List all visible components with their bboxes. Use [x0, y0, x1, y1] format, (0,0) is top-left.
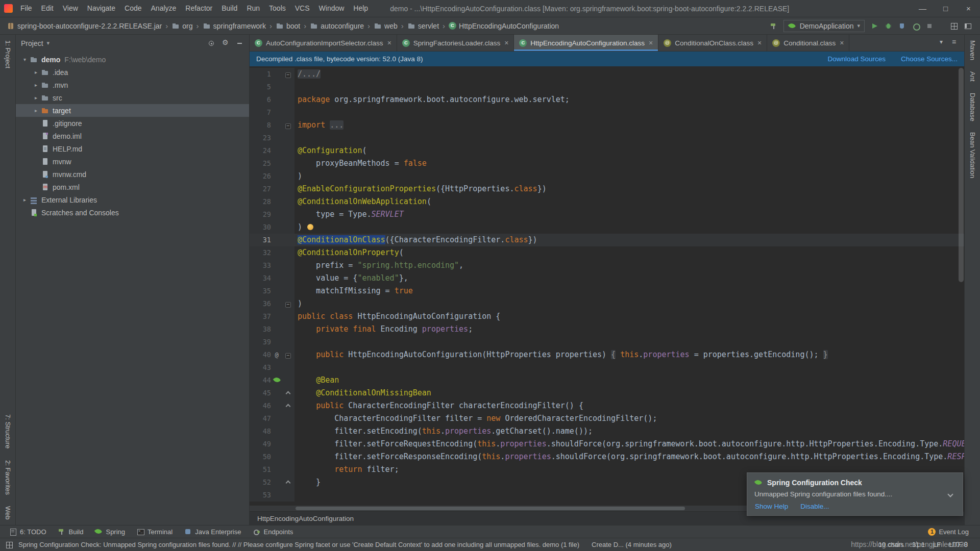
tree-expander-icon[interactable]: ▸	[31, 69, 41, 75]
code-line[interactable]: 34 value = {"enabled"},	[250, 272, 964, 285]
code-line[interactable]: 35 matchIfMissing = true	[250, 285, 964, 297]
tool-window-button-build[interactable]: Build	[52, 525, 89, 538]
code-text[interactable]: prefix = "spring.http.encoding",	[295, 259, 964, 272]
menu-navigate[interactable]: Navigate	[83, 0, 120, 17]
code-line[interactable]: 31@ConditionalOnClass({CharacterEncoding…	[250, 234, 964, 246]
fold-chevron-icon[interactable]	[285, 404, 290, 409]
horizontal-scrollbar-thumb[interactable]	[296, 507, 685, 510]
breadcrumb-item[interactable]: spring-boot-autoconfigure-2.2.2.RELEASE.…	[5, 21, 163, 31]
breadcrumb-item[interactable]: web	[372, 21, 399, 31]
chevdown-icon[interactable]	[938, 39, 946, 47]
tree-item-help-md[interactable]: HELP.md	[16, 142, 249, 155]
code-text[interactable]	[295, 106, 964, 119]
menu-build[interactable]: Build	[217, 0, 242, 17]
tree-item-demo[interactable]: ▾demoF:\web\demo	[16, 53, 249, 66]
breadcrumb-item[interactable]: HttpEncodingAutoConfiguration	[447, 21, 560, 31]
code-text[interactable]: @ConditionalOnWebApplication(	[295, 195, 964, 208]
code-line[interactable]: 50 filter.setForceResponseEncoding(this.…	[250, 450, 964, 463]
menu-help[interactable]: Help	[349, 0, 373, 17]
code-line[interactable]: 27@EnableConfigurationProperties({HttpPr…	[250, 183, 964, 195]
tree-expander-icon[interactable]: ▸	[31, 108, 41, 113]
menu-file[interactable]: File	[16, 0, 37, 17]
tree-item-target[interactable]: ▸target	[16, 104, 249, 117]
fold-collapse-icon[interactable]: −	[285, 123, 291, 129]
tree-item-demo-iml[interactable]: demo.iml	[16, 130, 249, 142]
code-line[interactable]: 5	[250, 81, 964, 93]
tree-item-mvnw-cmd[interactable]: mvnw.cmd	[16, 168, 249, 181]
code-line[interactable]: 38 private final Encoding properties;	[250, 323, 964, 336]
status-widget-utf-8[interactable]: UTF-8	[949, 541, 968, 548]
code-line[interactable]: 37public class HttpEncodingAutoConfigura…	[250, 310, 964, 323]
tree-item--mvn[interactable]: ▸.mvn	[16, 79, 249, 91]
code-text[interactable]	[295, 81, 964, 93]
tool-window-button-endpoints[interactable]: Endpoints	[247, 525, 299, 538]
chevron-down-icon[interactable]	[947, 491, 953, 497]
code-line[interactable]: 7	[250, 106, 964, 119]
code-line[interactable]: 44 @Bean	[250, 374, 964, 387]
menu-run[interactable]: Run	[242, 0, 264, 17]
close-button[interactable]: ×	[957, 0, 980, 17]
menu-vcs[interactable]: VCS	[290, 0, 314, 17]
banner-action-download-sources[interactable]: Download Sources	[828, 55, 886, 63]
tool-strip-button-7-structure[interactable]: 7: Structure	[4, 409, 12, 454]
code-text[interactable]: matchIfMissing = true	[295, 285, 964, 297]
debug-icon[interactable]	[884, 22, 892, 30]
status-widget-lf[interactable]: LF	[933, 541, 941, 548]
breadcrumb-item[interactable]: org	[170, 21, 194, 31]
code-line[interactable]: 45 @ConditionalOnMissingBean	[250, 387, 964, 399]
code-line[interactable]: 33 prefix = "spring.http.encoding",	[250, 259, 964, 272]
fold-chevron-icon[interactable]	[285, 481, 290, 486]
status-widget-31-1[interactable]: 31:1	[912, 541, 925, 548]
tree-item--gitignore[interactable]: .gitignore	[16, 117, 249, 130]
code-text[interactable]: @Configuration(	[295, 144, 964, 157]
profiler-icon[interactable]	[912, 22, 920, 30]
code-text[interactable]	[295, 132, 964, 144]
tool-strip-button-1-project[interactable]: 1: Project	[4, 35, 12, 74]
menu-tools[interactable]: Tools	[264, 0, 290, 17]
banner-action-choose-sources-[interactable]: Choose Sources...	[901, 55, 958, 63]
close-tab-icon[interactable]: ×	[504, 39, 508, 47]
tree-expander-icon[interactable]: ▾	[20, 57, 30, 62]
coverage-icon[interactable]	[898, 22, 906, 30]
code-text[interactable]: filter.setForceRequestEncoding(this.prop…	[295, 438, 964, 450]
code-line[interactable]: 29 type = Type.SERVLET	[250, 208, 964, 221]
code-text[interactable]: @ConditionalOnClass({CharacterEncodingFi…	[295, 234, 964, 246]
code-line[interactable]: 1−/.../	[250, 68, 964, 81]
run-icon[interactable]	[870, 22, 878, 30]
tool-window-button-6-todo[interactable]: 6: TODO	[3, 525, 52, 538]
locate-icon[interactable]	[207, 39, 215, 47]
code-text[interactable]: @Bean	[295, 374, 964, 387]
editor-tab-autoconfigurationimportselector-class[interactable]: AutoConfigurationImportSelector.class×	[250, 35, 397, 51]
code-line[interactable]: 49 filter.setForceRequestEncoding(this.p…	[250, 438, 964, 450]
code-line[interactable]: 32@ConditionalOnProperty(	[250, 246, 964, 259]
code-text[interactable]: CharacterEncodingFilter filter = new Ord…	[295, 412, 964, 425]
code-text[interactable]: filter.setEncoding(this.properties.getCh…	[295, 425, 964, 438]
tool-window-button-spring[interactable]: Spring	[89, 525, 131, 538]
tree-expander-icon[interactable]: ▸	[31, 95, 41, 101]
status-widget-19-chars[interactable]: 19 chars	[878, 541, 904, 548]
code-line[interactable]: 43	[250, 361, 964, 374]
code-text[interactable]: public class HttpEncodingAutoConfigurati…	[295, 310, 964, 323]
close-tab-icon[interactable]: ×	[757, 39, 762, 47]
tree-item-mvnw[interactable]: mvnw	[16, 155, 249, 168]
stop-icon[interactable]	[925, 22, 934, 30]
chevron-down-icon[interactable]: ▾	[47, 40, 50, 46]
editor-tab-conditional-class[interactable]: Conditional.class×	[767, 35, 849, 51]
breadcrumb-item[interactable]: servlet	[406, 21, 440, 31]
code-text[interactable]: )	[295, 221, 964, 234]
tree-expander-icon[interactable]: ▸	[20, 197, 30, 203]
maximize-button[interactable]: □	[934, 0, 957, 17]
vcs-status[interactable]: Create D... (4 minutes ago)	[592, 541, 672, 548]
editor-tab-httpencodingautoconfiguration-class[interactable]: HttpEncodingAutoConfiguration.class×	[514, 35, 658, 51]
code-text[interactable]: value = {"enabled"},	[295, 272, 964, 285]
code-editor[interactable]: 1−/.../56package org.springframework.boo…	[250, 66, 964, 511]
code-line[interactable]: 8−import ...	[250, 119, 964, 132]
breadcrumb-item[interactable]: springframework	[201, 21, 267, 31]
menu-analyze[interactable]: Analyze	[146, 0, 181, 17]
hide-icon[interactable]	[236, 39, 244, 47]
tree-item-external-libraries[interactable]: ▸External Libraries	[16, 193, 249, 206]
code-line[interactable]: 47 CharacterEncodingFilter filter = new …	[250, 412, 964, 425]
editor-breadcrumb-item[interactable]: HttpEncodingAutoConfiguration	[257, 515, 354, 522]
code-line[interactable]: 30)	[250, 221, 964, 234]
code-text[interactable]: private final Encoding properties;	[295, 323, 964, 336]
